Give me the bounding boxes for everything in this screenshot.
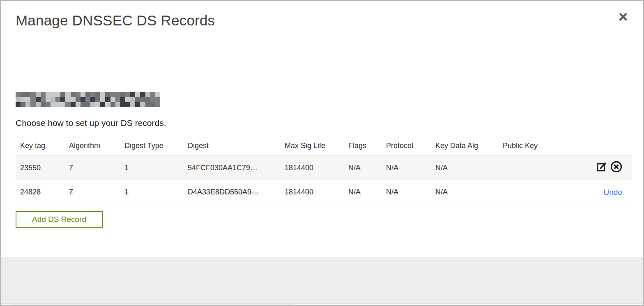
cell-protocol: N/A xyxy=(386,155,435,180)
ghost-divider xyxy=(556,304,556,306)
col-header-digest: Digest xyxy=(188,136,285,155)
col-header-key-tag: Key tag xyxy=(16,136,69,155)
cell-digest-type: 1 xyxy=(124,180,188,205)
close-icon[interactable]: × xyxy=(617,7,629,26)
page-title: Manage DNSSEC DS Records xyxy=(16,12,215,29)
ds-record-row-deleted: 24828 7 1 D4A33E8DD550A9… 1814400 N/A N/… xyxy=(16,180,632,205)
cell-algorithm: 7 xyxy=(69,155,124,180)
col-header-max-sig-life: Max Sig Life xyxy=(285,136,348,155)
col-header-public-key: Public Key xyxy=(503,136,564,155)
cell-algorithm: 7 xyxy=(69,180,124,205)
delete-record-icon[interactable] xyxy=(610,161,622,175)
col-header-algorithm: Algorithm xyxy=(69,136,124,155)
col-header-key-data-alg: Key Data Alg xyxy=(435,136,503,155)
col-header-digest-type: Digest Type xyxy=(124,136,188,155)
cell-max-sig-life: 1814400 xyxy=(285,180,348,205)
cell-key-data-alg: N/A xyxy=(435,180,503,205)
redacted-domain-name xyxy=(16,92,160,107)
cell-public-key xyxy=(503,180,564,205)
modal-footer: Save Cancel xyxy=(1,257,643,303)
cell-key-data-alg: N/A xyxy=(435,155,503,180)
ds-record-row-active: 23550 7 1 54FCF030AA1C79… 1814400 N/A N/… xyxy=(16,155,632,180)
cell-flags: N/A xyxy=(348,180,386,205)
col-header-flags: Flags xyxy=(348,136,386,155)
manage-dnssec-modal: Manage DNSSEC DS Records × Choose how to… xyxy=(1,1,643,305)
cell-digest-type: 1 xyxy=(124,155,188,180)
col-header-protocol: Protocol xyxy=(386,136,435,155)
cell-flags: N/A xyxy=(348,155,386,180)
cell-key-tag: 23550 xyxy=(16,155,69,180)
cell-protocol: N/A xyxy=(386,180,435,205)
cell-digest: 54FCF030AA1C79… xyxy=(188,155,285,180)
page-behind-modal-strip xyxy=(1,303,643,306)
table-header-row: Key tag Algorithm Digest Type Digest Max… xyxy=(16,136,632,155)
col-header-actions xyxy=(564,136,632,155)
cell-public-key xyxy=(503,155,564,180)
cell-digest: D4A33E8DD550A9… xyxy=(188,180,285,205)
undo-link[interactable]: Undo xyxy=(604,188,622,196)
cell-max-sig-life: 1814400 xyxy=(285,155,348,180)
edit-record-icon[interactable] xyxy=(596,161,607,174)
instruction-text: Choose how to set up your DS records. xyxy=(16,118,166,128)
ds-records-table: Key tag Algorithm Digest Type Digest Max… xyxy=(16,136,632,205)
cell-key-tag: 24828 xyxy=(16,180,69,205)
add-ds-record-button[interactable]: Add DS Record xyxy=(16,211,103,228)
